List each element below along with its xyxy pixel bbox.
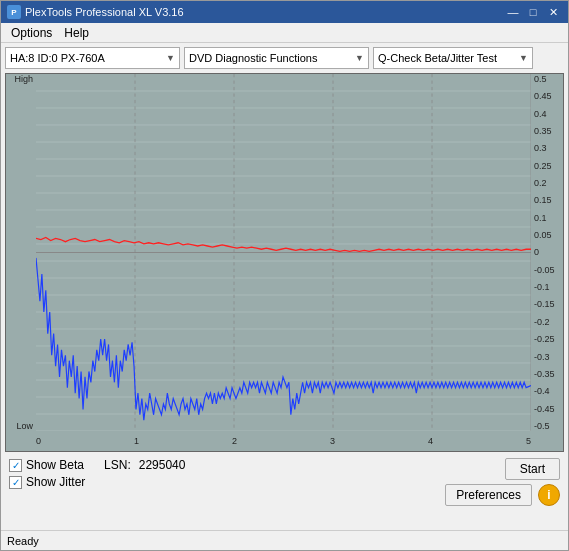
chevron-down-icon: ▼ (355, 53, 364, 63)
window-controls: — □ ✕ (504, 5, 562, 19)
show-jitter-row: ✓ Show Jitter (9, 475, 185, 489)
chart-right-axis: 0.5 0.45 0.4 0.35 0.3 0.25 0.2 0.15 0.1 … (531, 74, 563, 431)
chevron-down-icon: ▼ (166, 53, 175, 63)
menu-bar: Options Help (1, 23, 568, 43)
show-jitter-label: Show Jitter (26, 475, 85, 489)
preferences-button[interactable]: Preferences (445, 484, 532, 506)
menu-help[interactable]: Help (58, 24, 95, 42)
chart-svg (36, 74, 531, 431)
show-beta-checkbox[interactable]: ✓ (9, 459, 22, 472)
app-icon: P (7, 5, 21, 19)
chart-bottom-axis: 0 1 2 3 4 5 (36, 431, 531, 451)
toolbar: HA:8 ID:0 PX-760A ▼ DVD Diagnostic Funct… (1, 43, 568, 73)
chart-canvas (36, 74, 531, 431)
show-jitter-checkbox[interactable]: ✓ (9, 476, 22, 489)
maximize-button[interactable]: □ (524, 5, 542, 19)
test-dropdown[interactable]: Q-Check Beta/Jitter Test ▼ (373, 47, 533, 69)
device-dropdown[interactable]: HA:8 ID:0 PX-760A ▼ (5, 47, 180, 69)
status-bar: Ready (1, 530, 568, 550)
lsn-label: LSN: (104, 458, 131, 472)
bottom-panel: ✓ Show Beta LSN: 2295040 ✓ Show Jitter S… (1, 452, 568, 530)
show-beta-label: Show Beta (26, 458, 84, 472)
function-dropdown[interactable]: DVD Diagnostic Functions ▼ (184, 47, 369, 69)
chevron-down-icon: ▼ (519, 53, 528, 63)
menu-options[interactable]: Options (5, 24, 58, 42)
info-button[interactable]: i (538, 484, 560, 506)
start-button[interactable]: Start (505, 458, 560, 480)
chart-area: High Low 0.5 0.45 0.4 0.35 0.3 0.25 0.2 … (5, 73, 564, 452)
close-button[interactable]: ✕ (544, 5, 562, 19)
chart-left-axis: High Low (6, 74, 36, 431)
lsn-value: 2295040 (139, 458, 186, 472)
minimize-button[interactable]: — (504, 5, 522, 19)
status-text: Ready (7, 535, 39, 547)
title-bar: P PlexTools Professional XL V3.16 — □ ✕ (1, 1, 568, 23)
window-title: PlexTools Professional XL V3.16 (25, 6, 504, 18)
show-beta-row: ✓ Show Beta LSN: 2295040 (9, 458, 185, 472)
main-window: P PlexTools Professional XL V3.16 — □ ✕ … (0, 0, 569, 551)
